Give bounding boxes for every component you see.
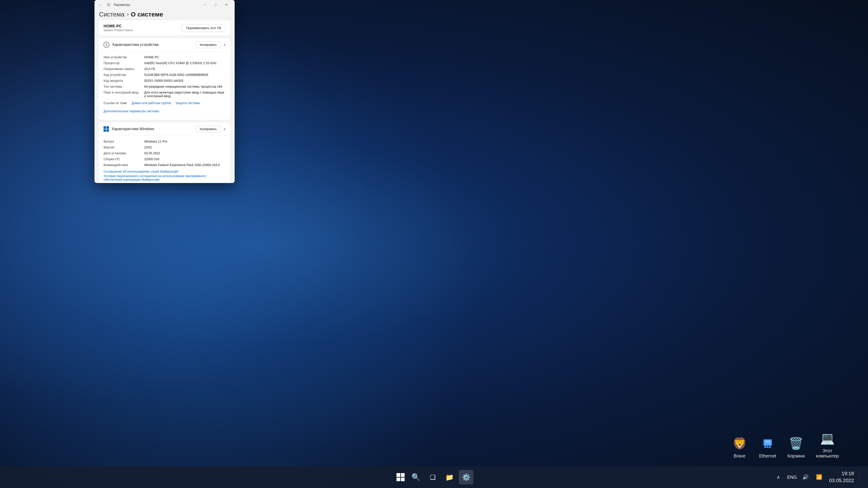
close-button[interactable]: ✕ (221, 1, 232, 8)
windows-links-block: Соглашение об использовании служб Майкро… (103, 170, 225, 182)
spec-label-experience: Взаимодействие (103, 163, 144, 167)
taskbar-center: 🔍 ❑ 📁 ⚙️ (395, 470, 473, 484)
spec-value-ram: 20,0 ГБ (144, 67, 225, 71)
desktop-icon-brave[interactable]: 🦁 Brave (729, 433, 750, 461)
back-button[interactable]: ← (97, 2, 103, 8)
desktop-icons-area: 🦁 Brave Ethernet 🗑️ Корзина 💻 Эт (729, 428, 841, 461)
windows-section-title: Характеристики Windows (112, 127, 154, 131)
recycle-bin-label: Корзина (787, 453, 805, 459)
show-desktop-button[interactable] (859, 473, 861, 482)
maximize-button[interactable]: □ (210, 1, 221, 8)
computer-name: HOME-PC (103, 24, 133, 29)
links-row: Ссылки по теме Домен или рабочая группа … (103, 99, 225, 116)
taskbar: 🔍 ❑ 📁 ⚙️ ∧ ENG 🔊 📶 19:18 03.05.2022 (0, 466, 868, 488)
tray-expand-icon[interactable]: ∧ (773, 472, 784, 483)
settings-window: ← ☰ Параметры ─ □ ✕ Система > О системе … (94, 0, 235, 183)
spec-label-device-id: Код устройства (103, 73, 144, 76)
device-specs-table: Имя устройства HOME-PC Процессор Intel(R… (99, 52, 230, 120)
spec-label-cpu: Процессор (103, 61, 144, 65)
link-microsoft-services[interactable]: Соглашение об использовании служб Майкро… (103, 170, 225, 173)
device-section: ℹ Характеристики устройства Копировать ∧… (99, 38, 230, 120)
spec-row-pen-input: Перо и сенсорный ввод Для этого монитора… (103, 90, 225, 99)
spec-label-system-type: Тип системы (103, 85, 144, 88)
svg-rect-2 (767, 446, 768, 447)
windows-section-header[interactable]: Характеристики Windows Копировать ∧ (99, 123, 230, 136)
window-nav-icons: ← ☰ (97, 2, 112, 8)
clock-time: 19:18 (829, 470, 854, 477)
windows-chevron-icon: ∧ (223, 127, 225, 131)
window-content[interactable]: HOME-PC System Product Name Переименоват… (94, 20, 235, 183)
spec-value-install-date: 03.05.2022 (144, 151, 225, 155)
spec-value-system-type: 64-разрядная операционная система, проце… (144, 85, 225, 88)
network-icon[interactable]: 📶 (814, 472, 825, 483)
computer-name-section: HOME-PC System Product Name Переименоват… (99, 20, 230, 35)
volume-icon[interactable]: 🔊 (800, 472, 811, 483)
desktop-icon-computer[interactable]: 💻 Этот компьютер (814, 428, 841, 461)
spec-value-pen-input: Для этого монитора недоступен ввод с пом… (144, 91, 225, 98)
computer-name-info: HOME-PC System Product Name (103, 24, 133, 32)
taskbar-search-button[interactable]: 🔍 (409, 470, 423, 484)
language-text: ENG (787, 475, 797, 480)
spec-label-pen-input: Перо и сенсорный ввод (103, 91, 144, 98)
hamburger-button[interactable]: ☰ (105, 2, 112, 8)
spec-label-device-name: Имя устройства (103, 55, 144, 59)
window-title: Параметры (112, 3, 199, 6)
desktop-icon-ethernet[interactable]: Ethernet (757, 433, 778, 461)
taskbar-taskview-button[interactable]: ❑ (426, 470, 440, 484)
svg-rect-8 (765, 443, 767, 444)
my-computer-icon: 💻 (819, 430, 835, 447)
spec-row-install-date: Дата установки 03.05.2022 (103, 150, 225, 156)
breadcrumb-parent[interactable]: Система (99, 11, 125, 18)
link-microsoft-license[interactable]: Условия лицензионного соглашения на испо… (103, 174, 225, 182)
spec-label-edition: Выпуск (103, 140, 144, 143)
brave-icon: 🦁 (732, 435, 748, 452)
explorer-icon: 📁 (445, 473, 454, 481)
spec-row-ram: Оперативная память 20,0 ГБ (103, 66, 225, 72)
spec-value-edition: Windows 11 Pro (144, 140, 225, 143)
windows-copy-button[interactable]: Копировать (196, 126, 221, 132)
spec-row-build: Сборка ОС 22000.318 (103, 156, 225, 162)
ethernet-label: Ethernet (759, 453, 776, 459)
spec-value-product-id: 00331-10000-00001-AA303 (144, 79, 225, 83)
spec-row-product-id: Код продукта 00331-10000-00001-AA303 (103, 78, 225, 84)
spec-label-version: Версия (103, 145, 144, 149)
windows-section-header-right: Копировать ∧ (196, 126, 225, 132)
search-icon: 🔍 (411, 473, 421, 482)
device-section-header-right: Копировать ∧ (196, 41, 225, 48)
breadcrumb: Система > О системе (94, 9, 235, 20)
my-computer-label: Этот компьютер (816, 448, 839, 459)
device-section-header[interactable]: ℹ Характеристики устройства Копировать ∧ (99, 38, 230, 52)
spec-label-ram: Оперативная память (103, 67, 144, 71)
window-controls: ─ □ ✕ (199, 1, 232, 8)
taskbar-explorer-button[interactable]: 📁 (442, 470, 457, 484)
windows-section: Характеристики Windows Копировать ∧ Выпу… (99, 123, 230, 183)
spec-value-device-id: 51D4E3B8-0EF9-4106-9362-1A590B6B98DE (144, 73, 225, 76)
spec-row-cpu: Процессор Intel(R) Xeon(R) CPU X3440 @ 2… (103, 60, 225, 66)
link-advanced-settings[interactable]: Дополнительные параметры системы (103, 109, 159, 113)
minimize-button[interactable]: ─ (199, 1, 210, 8)
spec-value-version: 21H2 (144, 145, 225, 149)
link-system-protection[interactable]: Защита системы (176, 101, 200, 105)
svg-rect-1 (765, 446, 766, 447)
taskbar-settings-button[interactable]: ⚙️ (459, 470, 473, 484)
device-copy-button[interactable]: Копировать (196, 41, 221, 48)
windows-section-header-left: Характеристики Windows (103, 126, 154, 132)
spec-value-experience: Windows Feature Experience Pack 1000.220… (144, 163, 225, 167)
svg-rect-3 (770, 446, 770, 447)
rename-pc-button[interactable]: Переименовать этот ПК (182, 24, 225, 32)
window-titlebar: ← ☰ Параметры ─ □ ✕ (94, 0, 235, 9)
svg-rect-6 (767, 441, 769, 442)
spec-row-edition: Выпуск Windows 11 Pro (103, 138, 225, 144)
settings-icon: ⚙️ (462, 473, 470, 481)
recycle-bin-icon: 🗑️ (788, 435, 804, 452)
start-button[interactable] (395, 471, 406, 483)
desktop-icon-recycle[interactable]: 🗑️ Корзина (785, 433, 807, 461)
taskbar-time-date[interactable]: 19:18 03.05.2022 (829, 470, 854, 484)
language-indicator[interactable]: ENG (786, 472, 798, 483)
link-domain[interactable]: Домен или рабочая группа (131, 101, 171, 105)
spec-row-experience: Взаимодействие Windows Feature Experienc… (103, 162, 225, 168)
spec-value-build: 22000.318 (144, 157, 225, 161)
breadcrumb-separator: > (126, 12, 129, 17)
brave-label: Brave (734, 453, 745, 459)
spec-row-system-type: Тип системы 64-разрядная операционная си… (103, 84, 225, 90)
